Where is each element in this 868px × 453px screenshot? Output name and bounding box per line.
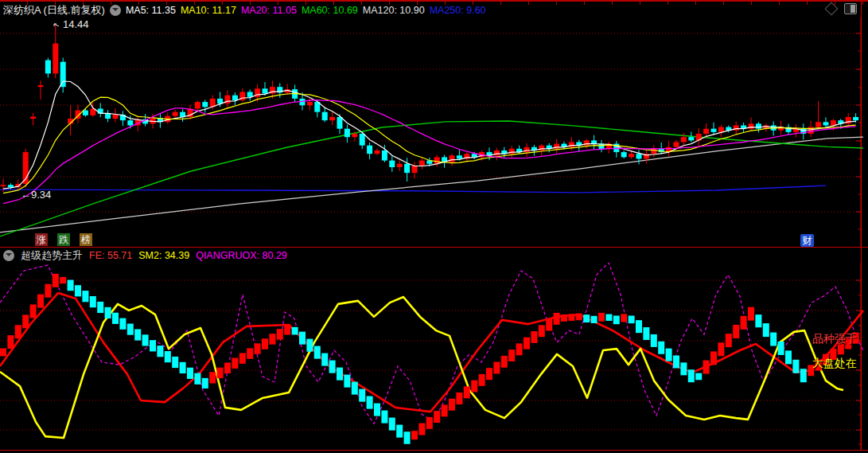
cai-finance-button[interactable]: 财 — [800, 234, 814, 247]
zhang-button[interactable]: 涨 — [35, 233, 48, 246]
indicator-side-text-2: 大盘处在 — [812, 357, 857, 371]
ma10-legend: MA10: 11.17 — [181, 5, 236, 16]
fe-value: FE: 55.71 — [89, 250, 132, 261]
indicator-collapse-chevron-icon[interactable] — [3, 250, 14, 261]
qiangruox-value: QIANGRUOX: 80.29 — [196, 250, 287, 261]
chart-header: 深纺织A (日线.前复权) MA5: 11.35 MA10: 11.17 MA2… — [0, 2, 861, 18]
diamond-icon[interactable] — [825, 2, 839, 16]
panel-separator — [0, 247, 868, 248]
indicator-side-text-1: 品种强于 — [812, 332, 857, 346]
symbol-title: 深纺织A (日线.前复权) — [3, 3, 105, 18]
chart-app: 深纺织A (日线.前复权) MA5: 11.35 MA10: 11.17 MA2… — [0, 0, 868, 453]
high-price-annotation: 14.44 — [63, 18, 89, 30]
header-right-icons — [827, 3, 857, 14]
bang-button[interactable]: 榜 — [80, 233, 92, 246]
bottom-border — [0, 450, 868, 451]
ma20-legend: MA20: 11.05 — [241, 5, 297, 16]
ma250-legend: MA250: 9.60 — [430, 5, 486, 16]
indicator-name: 超级趋势主升 — [21, 248, 83, 263]
indicator-chart[interactable] — [0, 263, 868, 451]
ma60-legend: MA60: 10.69 — [302, 5, 358, 16]
die-button[interactable]: 跌 — [57, 233, 70, 246]
ma120-legend: MA120: 10.90 — [363, 5, 425, 16]
low-price-annotation: ←9.34 — [21, 189, 51, 201]
ma5-legend: MA5: 11.35 — [126, 5, 176, 16]
main-candlestick-chart[interactable] — [0, 18, 868, 247]
quick-buttons: 涨 跌 榜 — [35, 233, 92, 246]
collapse-chevron-icon[interactable] — [110, 5, 121, 16]
indicator-header: 超级趋势主升 FE: 55.71 SM2: 34.39 QIANGRUOX: 8… — [0, 248, 861, 262]
split-panel-icon[interactable] — [844, 3, 857, 14]
sm2-value: SM2: 34.39 — [138, 250, 189, 261]
